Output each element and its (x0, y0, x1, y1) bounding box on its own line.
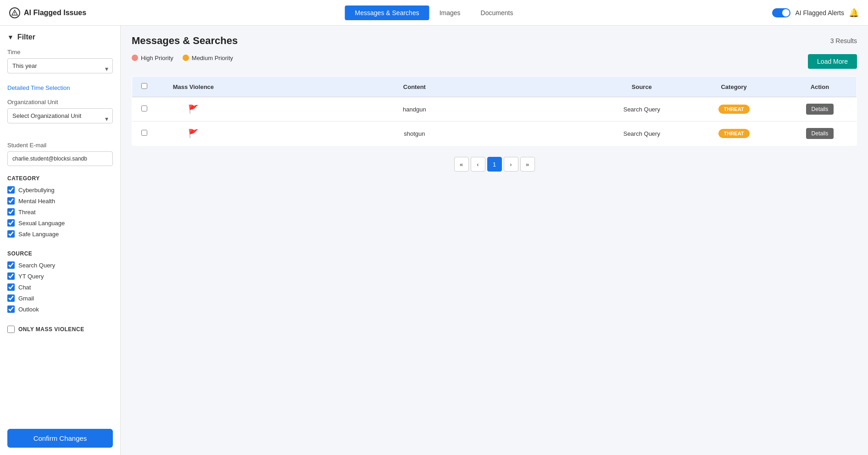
source-search-query: Search Query (7, 261, 113, 269)
checkbox-search-query[interactable] (7, 261, 15, 269)
time-section: Time This year Last 30 days Last 7 days … (7, 49, 113, 99)
pagination-last[interactable]: » (520, 157, 535, 172)
table-row: 🚩 shotgun Search Query THREAT Details (132, 122, 857, 146)
org-unit-select[interactable]: Select Organizational Unit (7, 108, 113, 123)
row2-source-text: Search Query (623, 130, 660, 137)
load-more-button[interactable]: Load More (808, 54, 857, 69)
checkbox-outlook[interactable] (7, 305, 15, 313)
org-unit-select-wrapper: Select Organizational Unit (7, 108, 113, 129)
checkbox-sexual-language[interactable] (7, 219, 15, 227)
confirm-changes-button[interactable]: Confirm Changes (7, 429, 113, 448)
ai-alerts-label: AI Flagged Alerts (795, 9, 844, 17)
results-count: 3 Results (830, 37, 857, 44)
bell-icon[interactable]: 🔔 (849, 8, 859, 18)
checkbox-chat[interactable] (7, 283, 15, 291)
medium-priority-label: Medium Priority (192, 55, 233, 61)
content-header: Messages & Searches 3 Results (132, 35, 857, 47)
source-chat: Chat (7, 283, 113, 291)
time-select[interactable]: This year Last 30 days Last 7 days Today… (7, 58, 113, 73)
checkbox-only-mass-violence[interactable] (7, 326, 15, 333)
row1-source-text: Search Query (623, 106, 660, 113)
row2-source: Search Query (599, 122, 684, 146)
row2-mass-violence: 🚩 (156, 122, 230, 146)
medium-priority-dot (183, 55, 189, 61)
pagination: « ‹ 1 › » (132, 157, 857, 172)
pagination-prev[interactable]: ‹ (471, 157, 485, 172)
category-cyberbullying-label: Cyberbullying (18, 187, 55, 194)
source-search-query-label: Search Query (18, 262, 55, 269)
app-header: AI Flagged Issues Messages & Searches Im… (0, 0, 868, 26)
row1-details-button[interactable]: Details (806, 104, 834, 115)
tab-documents[interactable]: Documents (471, 6, 523, 20)
source-chat-label: Chat (18, 284, 31, 291)
pagination-next[interactable]: › (504, 157, 518, 172)
category-section: CATEGORY Cyberbullying Mental Health Thr… (7, 175, 113, 241)
flag-icon-row2: 🚩 (188, 129, 198, 138)
high-priority-legend: High Priority (132, 55, 173, 61)
table-header-row: Mass Violence Content Source Category Ac… (132, 77, 857, 97)
row1-checkbox-cell (132, 97, 157, 122)
checkbox-cyberbullying[interactable] (7, 186, 15, 194)
sidebar: ▼ Filter Time This year Last 30 days Las… (0, 26, 121, 455)
pagination-first[interactable]: « (454, 157, 469, 172)
source-yt-query: YT Query (7, 272, 113, 280)
high-priority-label: High Priority (141, 55, 173, 61)
time-label: Time (7, 49, 113, 55)
category-sexual-language-label: Sexual Language (18, 220, 65, 227)
row1-category: THREAT (685, 97, 783, 122)
main-layout: ▼ Filter Time This year Last 30 days Las… (0, 26, 868, 455)
flag-icon-row1: 🚩 (188, 105, 198, 114)
source-yt-query-label: YT Query (18, 273, 44, 280)
row1-checkbox[interactable] (141, 105, 147, 111)
source-title: SOURCE (7, 250, 113, 257)
row2-checkbox[interactable] (141, 130, 147, 136)
source-outlook: Outlook (7, 305, 113, 313)
category-safe-language: Safe Language (7, 230, 113, 238)
detailed-time-link[interactable]: Detailed Time Selection (7, 84, 113, 91)
tab-images[interactable]: Images (429, 6, 471, 20)
tab-messages-searches[interactable]: Messages & Searches (345, 6, 429, 20)
email-input[interactable]: charlie.student@blocksi.sandb (7, 151, 113, 166)
col-mass-violence: Mass Violence (156, 77, 230, 97)
checkbox-threat[interactable] (7, 208, 15, 216)
toggle-knob (782, 9, 790, 17)
results-table: Mass Violence Content Source Category Ac… (132, 76, 857, 146)
col-content: Content (230, 77, 599, 97)
source-gmail-label: Gmail (18, 295, 34, 302)
row1-category-badge: THREAT (718, 105, 750, 114)
filter-icon: ▼ (7, 33, 14, 41)
checkbox-safe-language[interactable] (7, 230, 15, 238)
select-all-checkbox[interactable] (141, 83, 147, 89)
checkbox-gmail[interactable] (7, 294, 15, 302)
org-unit-label: Organizational Unit (7, 99, 113, 105)
category-threat: Threat (7, 208, 113, 216)
row2-details-button[interactable]: Details (806, 128, 834, 139)
row2-checkbox-cell (132, 122, 157, 146)
ai-alerts-toggle[interactable] (772, 8, 790, 17)
svg-point-2 (14, 14, 15, 14)
checkbox-yt-query[interactable] (7, 272, 15, 280)
row1-content: handgun (230, 97, 599, 122)
row2-category: THREAT (685, 122, 783, 146)
only-mass-violence-section: ONLY MASS VIOLENCE (7, 326, 113, 333)
source-outlook-label: Outlook (18, 306, 39, 313)
app-title-text: AI Flagged Issues (24, 9, 86, 17)
col-action: Action (783, 77, 857, 97)
row2-action: Details (783, 122, 857, 146)
medium-priority-legend: Medium Priority (183, 55, 233, 61)
row2-content: shotgun (230, 122, 599, 146)
pagination-page-1[interactable]: 1 (487, 157, 502, 172)
table-row: 🚩 handgun Search Query THREAT Details (132, 97, 857, 122)
row1-source: Search Query (599, 97, 684, 122)
checkbox-mental-health[interactable] (7, 197, 15, 205)
filter-label: Filter (17, 33, 35, 41)
ai-issues-icon (9, 7, 20, 18)
email-label: Student E-mail (7, 142, 113, 149)
time-select-wrapper: This year Last 30 days Last 7 days Today… (7, 58, 113, 79)
priority-legend: High Priority Medium Priority (132, 55, 233, 61)
high-priority-dot (132, 55, 138, 61)
main-content: Messages & Searches 3 Results High Prior… (121, 26, 868, 455)
category-title: CATEGORY (7, 175, 113, 182)
email-section: Student E-mail charlie.student@blocksi.s… (7, 142, 113, 166)
source-gmail: Gmail (7, 294, 113, 302)
